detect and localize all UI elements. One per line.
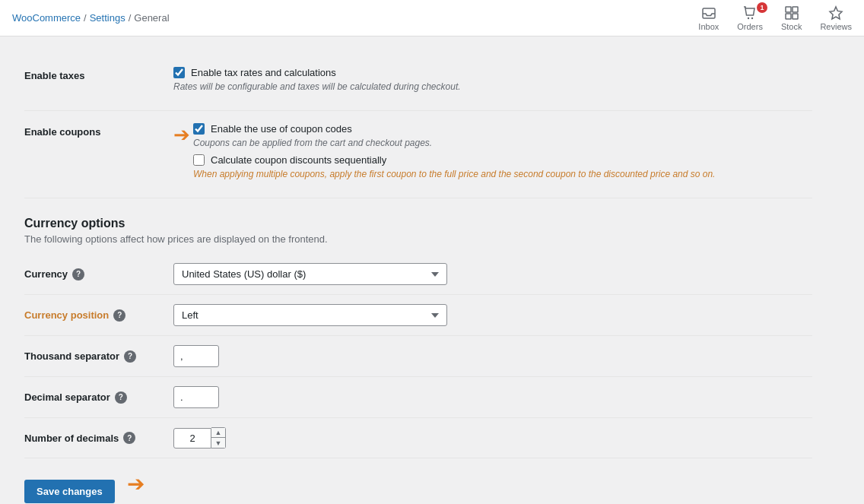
decimal-separator-label: Decimal separator ?: [24, 391, 161, 404]
enable-taxes-content: Enable tax rates and calculations Rates …: [173, 67, 812, 98]
svg-point-2: [751, 17, 753, 18]
main-content: Enable taxes Enable tax rates and calcul…: [0, 36, 837, 504]
enable-coupons-content: ➔ Enable the use of coupon codes Coupons…: [173, 123, 812, 185]
spinner-up-button[interactable]: ▲: [211, 428, 225, 438]
enable-coupons-checkbox-group: Enable the use of coupon codes Coupons c…: [193, 123, 715, 185]
breadcrumb: WooCommerce / Settings / General: [12, 12, 170, 24]
enable-coupons-arrow-icon: ➔: [173, 123, 190, 147]
stock-icon: [784, 5, 799, 21]
thousand-separator-input[interactable]: [173, 345, 219, 367]
currency-options-heading: Currency options: [24, 217, 812, 230]
enable-taxes-checkbox-line: Enable tax rates and calculations: [173, 67, 812, 78]
decimal-separator-row: Decimal separator ?: [24, 377, 812, 418]
enable-coupons-checkbox[interactable]: [193, 123, 205, 135]
enable-coupons-arrow-row: ➔ Enable the use of coupon codes Coupons…: [173, 123, 812, 185]
svg-point-1: [748, 17, 749, 18]
inbox-icon: [701, 5, 716, 21]
enable-taxes-checkbox[interactable]: [173, 67, 185, 78]
thousand-separator-row: Thousand separator ?: [24, 336, 812, 377]
top-icons-group: Inbox 1 Orders Stock: [698, 5, 852, 31]
reviews-icon: [828, 5, 843, 21]
currency-options-section: Currency options The following options a…: [24, 217, 812, 458]
enable-coupons-checkbox-line: Enable the use of coupon codes: [193, 123, 715, 135]
breadcrumb-woocommerce[interactable]: WooCommerce: [12, 12, 81, 24]
svg-rect-6: [793, 14, 798, 19]
enable-taxes-hint: Rates will be configurable and taxes wil…: [173, 81, 812, 92]
breadcrumb-sep2: /: [129, 12, 132, 24]
sequential-checkbox[interactable]: [193, 154, 205, 166]
top-icon-inbox[interactable]: Inbox: [698, 5, 719, 31]
reviews-label: Reviews: [820, 22, 852, 31]
currency-position-help-icon[interactable]: ?: [113, 309, 125, 322]
orders-badge: 1: [757, 2, 767, 13]
stock-label: Stock: [781, 22, 802, 31]
orders-label: Orders: [737, 22, 763, 31]
enable-taxes-row: Enable taxes Enable tax rates and calcul…: [24, 55, 812, 111]
number-of-decimals-label: Number of decimals ?: [24, 432, 161, 444]
enable-coupons-hint: Coupons can be applied from the cart and…: [193, 138, 715, 148]
number-of-decimals-input[interactable]: [173, 428, 211, 449]
decimal-separator-input[interactable]: [173, 386, 219, 408]
spinner-buttons: ▲ ▼: [211, 427, 226, 449]
save-arrow-icon: ➔: [127, 474, 145, 495]
number-of-decimals-spinner: ▲ ▼: [173, 427, 226, 449]
top-icon-stock[interactable]: Stock: [781, 5, 802, 31]
enable-taxes-checkbox-label[interactable]: Enable tax rates and calculations: [191, 67, 336, 78]
sequential-hint: When applying multiple coupons, apply th…: [193, 169, 715, 179]
currency-position-select[interactable]: Left Right Left space Right space: [173, 304, 447, 326]
number-of-decimals-row: Number of decimals ? ▲ ▼: [24, 418, 812, 458]
enable-taxes-label: Enable taxes: [24, 67, 161, 81]
currency-options-subtext: The following options affect how prices …: [24, 233, 812, 245]
svg-rect-5: [786, 14, 791, 19]
save-row: Save changes ➔: [24, 464, 812, 503]
orders-icon: [742, 5, 758, 21]
currency-position-label: Currency position ?: [24, 309, 161, 322]
currency-select[interactable]: United States (US) dollar ($) Euro (€) P…: [173, 263, 447, 285]
enable-coupons-row: Enable coupons ➔ Enable the use of coupo…: [24, 111, 812, 198]
save-changes-button[interactable]: Save changes: [24, 480, 115, 503]
number-of-decimals-help-icon[interactable]: ?: [123, 432, 135, 444]
breadcrumb-current: General: [134, 12, 169, 24]
enable-coupons-checkbox-label[interactable]: Enable the use of coupon codes: [211, 123, 352, 135]
breadcrumb-sep1: /: [84, 12, 87, 24]
top-icon-orders[interactable]: 1 Orders: [737, 5, 763, 31]
thousand-separator-help-icon[interactable]: ?: [124, 350, 136, 363]
svg-rect-4: [793, 7, 798, 12]
top-icon-reviews[interactable]: Reviews: [820, 5, 852, 31]
decimal-separator-help-icon[interactable]: ?: [115, 391, 127, 404]
sequential-checkbox-label[interactable]: Calculate coupon discounts sequentially: [211, 154, 386, 166]
currency-help-icon[interactable]: ?: [72, 268, 84, 281]
currency-row: Currency ? United States (US) dollar ($)…: [24, 254, 812, 295]
sequential-checkbox-line: Calculate coupon discounts sequentially: [193, 154, 715, 166]
svg-marker-7: [830, 7, 842, 19]
inbox-label: Inbox: [698, 22, 719, 31]
spinner-down-button[interactable]: ▼: [211, 438, 225, 448]
breadcrumb-settings[interactable]: Settings: [90, 12, 125, 24]
thousand-separator-label: Thousand separator ?: [24, 350, 161, 363]
svg-rect-3: [786, 7, 791, 12]
enable-coupons-label: Enable coupons: [24, 123, 161, 138]
currency-position-row: Currency position ? Left Right Left spac…: [24, 295, 812, 336]
top-bar: WooCommerce / Settings / General Inbox 1…: [0, 0, 864, 36]
currency-label: Currency ?: [24, 268, 161, 281]
